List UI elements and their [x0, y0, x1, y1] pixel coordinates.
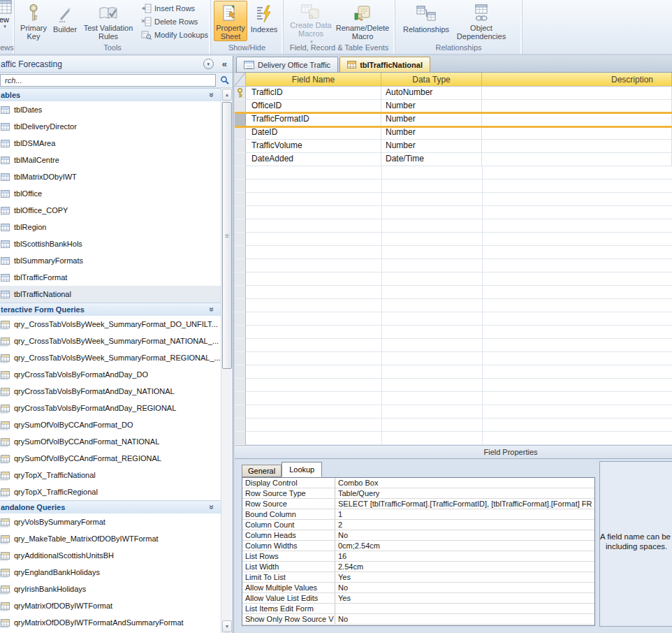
object-dependencies-button[interactable]: Object Dependencies	[451, 1, 511, 41]
nav-item-query[interactable]: qrySumOfVolByCCAndFormat_REGIONAL	[0, 450, 221, 467]
field-name-cell[interactable]: DateAdded	[246, 153, 381, 166]
nav-item-table[interactable]: tblTrafficNational	[0, 286, 221, 303]
field-row[interactable]: DateAdded Date/Time	[235, 153, 672, 166]
nav-item-query[interactable]: qryIrishBankHolidays	[0, 581, 221, 597]
nav-item-query[interactable]: qry_MakeTable_MatrixOfDOByIWTFormat	[0, 530, 221, 547]
tab-tbltrafficnational[interactable]: tblTrafficNational	[339, 57, 430, 72]
nav-item-query[interactable]: qryTopX_TrafficRegional	[0, 483, 221, 500]
nav-item-table[interactable]: tblScottishBankHols	[0, 235, 221, 252]
field-name-cell[interactable]: DateID	[246, 126, 381, 140]
description-cell[interactable]	[482, 126, 672, 140]
property-value[interactable]: No	[335, 614, 594, 624]
description-cell[interactable]	[482, 113, 672, 126]
property-row[interactable]: Column Widths 0cm;2.54cm	[242, 541, 594, 551]
data-type-cell[interactable]: Number	[381, 113, 482, 126]
property-value[interactable]: Table/Query	[335, 488, 594, 498]
nav-item-query[interactable]: qryCrossTabVolsByFormatAndDay_DO	[0, 366, 221, 383]
field-name-cell[interactable]: TrafficVolume	[246, 140, 381, 153]
nav-item-query[interactable]: qrySumOfVolByCCAndFormat_NATIONAL	[0, 433, 221, 450]
property-value[interactable]: Yes	[335, 572, 594, 582]
row-selector[interactable]	[235, 126, 246, 140]
field-row[interactable]: TrafficFormatID Number	[235, 113, 672, 126]
nav-item-table[interactable]: tblDSMArea	[0, 135, 221, 152]
property-value[interactable]: 2.54cm	[335, 562, 594, 572]
nav-menu-button[interactable]: ▾	[203, 59, 214, 69]
delete-rows-button[interactable]: Delete Rows	[141, 15, 208, 27]
property-row[interactable]: Bound Column 1	[242, 509, 594, 520]
nav-item-query[interactable]: qryEnglandBankHolidays	[0, 564, 221, 581]
nav-section-header-tables[interactable]: ables «	[0, 88, 221, 101]
property-row[interactable]: Row Source Type Table/Query	[242, 488, 594, 499]
nav-item-query[interactable]: qry_CrossTabVolsByWeek_SummaryFormat_REG…	[0, 349, 221, 366]
nav-section-header-standalone[interactable]: andalone Queries «	[0, 500, 221, 514]
test-validation-rules-button[interactable]: Test Validation Rules	[80, 1, 137, 41]
property-row[interactable]: List Width 2.54cm	[242, 562, 594, 572]
grid-corner-cell[interactable]	[235, 73, 246, 87]
nav-item-table[interactable]: tblMatrixDObyIWT	[0, 168, 221, 185]
scroll-up-button[interactable]: ▲	[222, 89, 232, 101]
primary-key-button[interactable]: Primary Key	[17, 1, 50, 41]
property-row[interactable]: List Rows 16	[242, 551, 594, 562]
nav-item-query[interactable]: qryVolsBySummaryFormat	[0, 514, 221, 530]
property-row[interactable]: Display Control Combo Box	[242, 478, 594, 488]
nav-item-table[interactable]: tblTrafficFormat	[0, 269, 221, 286]
rename-delete-macro-button[interactable]: Rename/Delete Macro	[334, 1, 391, 41]
insert-rows-button[interactable]: Insert Rows	[141, 2, 208, 14]
row-selector[interactable]	[235, 87, 246, 100]
nav-item-query[interactable]: qry_CrossTabVolsByWeek_SummaryFormat_DO_…	[0, 316, 221, 333]
data-type-cell[interactable]: Number	[381, 126, 482, 140]
description-cell[interactable]	[482, 140, 672, 153]
nav-item-table[interactable]: tblRegion	[0, 219, 221, 235]
nav-item-query[interactable]: qryMatrixOfDOByIWTFormat	[0, 597, 221, 614]
row-selector[interactable]	[235, 153, 246, 166]
tab-lookup[interactable]: Lookup	[282, 462, 322, 477]
chevron-up-icon[interactable]: «	[207, 93, 217, 98]
tab-delivery-office-traffic[interactable]: Delivery Office Traffic	[236, 57, 338, 72]
field-name-cell[interactable]: TrafficID	[246, 87, 381, 100]
builder-button[interactable]: Builder	[50, 1, 80, 41]
property-row[interactable]: Column Count 2	[242, 520, 594, 530]
nav-item-query[interactable]: qryAdditionalScottishUnitsBH	[0, 547, 221, 564]
property-row[interactable]: Limit To List Yes	[242, 572, 594, 583]
scroll-down-button[interactable]: ▼	[222, 620, 232, 632]
property-value[interactable]: Yes	[335, 593, 594, 603]
row-selector[interactable]	[235, 140, 246, 153]
property-row[interactable]: Row Source SELECT [tblTrafficFormat].[Tr…	[242, 499, 594, 509]
field-row[interactable]: TrafficID AutoNumber	[235, 87, 672, 100]
data-type-cell[interactable]: AutoNumber	[381, 87, 482, 100]
nav-item-query[interactable]: qryCrossTabVolsByFormatAndDay_REGIONAL	[0, 400, 221, 416]
nav-item-query[interactable]: qry_CrossTabVolsByWeek_SummaryFormat_NAT…	[0, 333, 221, 349]
nav-item-query[interactable]: qrySumOfVolByCCAndFormat_DO	[0, 416, 221, 433]
nav-item-query[interactable]: qryCrossTabVolsByFormatAndDay_NATIONAL	[0, 383, 221, 400]
property-value[interactable]: No	[335, 583, 594, 592]
search-button[interactable]	[216, 75, 233, 85]
property-value[interactable]: No	[335, 530, 594, 540]
property-value[interactable]: Combo Box	[335, 478, 594, 488]
search-input[interactable]: rch...	[0, 74, 216, 87]
property-value[interactable]: 16	[335, 551, 594, 561]
collapse-pane-button[interactable]: «	[219, 59, 230, 69]
chevron-up-icon[interactable]: «	[207, 505, 217, 510]
nav-pane-header[interactable]: affic Forecasting ▾ «	[0, 56, 233, 73]
indexes-button[interactable]: Indexes	[247, 1, 281, 41]
nav-item-table[interactable]: tblOffice	[0, 185, 221, 202]
nav-item-table[interactable]: tblDates	[0, 101, 221, 118]
property-value[interactable]: 1	[335, 509, 594, 519]
relationships-button[interactable]: Relationships	[401, 1, 451, 41]
empty-row-selectors[interactable]	[235, 166, 246, 445]
create-data-macros-button[interactable]: Create Data Macros▾	[288, 1, 334, 41]
property-row[interactable]: Allow Value List Edits Yes	[242, 593, 594, 604]
nav-item-table[interactable]: tblSummaryFormats	[0, 252, 221, 269]
modify-lookups-button[interactable]: Modify Lookups	[141, 29, 208, 41]
property-row[interactable]: List Items Edit Form	[242, 604, 594, 614]
row-selector[interactable]	[235, 113, 246, 126]
data-type-cell[interactable]: Number	[381, 140, 482, 153]
nav-item-table[interactable]: tblDeliveryDirector	[0, 118, 221, 135]
property-value[interactable]: 2	[335, 520, 594, 530]
nav-item-query[interactable]: qryTopX_TrafficNational	[0, 467, 221, 483]
field-row[interactable]: DateID Number	[235, 126, 672, 140]
view-button[interactable]: ew ▾	[0, 0, 15, 29]
property-value[interactable]	[335, 604, 594, 613]
scrollbar-thumb[interactable]: ≡	[222, 102, 232, 369]
description-cell[interactable]	[482, 87, 672, 100]
